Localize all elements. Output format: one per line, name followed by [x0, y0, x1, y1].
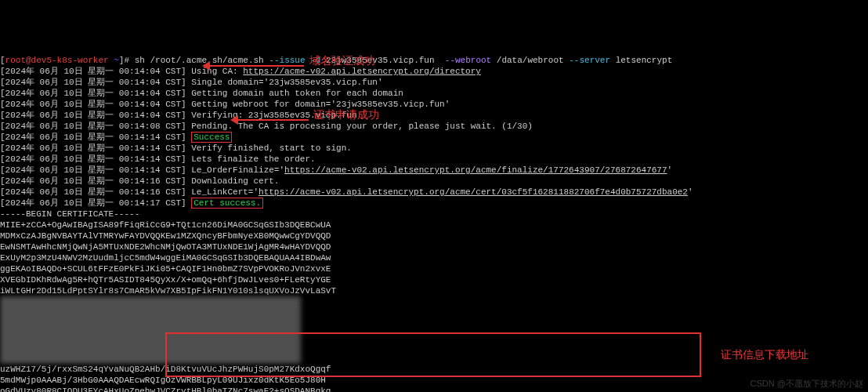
- cert-line: ggEKAoIBAQDo+SCUL6tFFzE0PkFiJKi05+CAQIF1…: [0, 264, 331, 274]
- cert-line: ExUyM2p3MzU4NWV2MzUudmljcC5mdW4wggEiMA0G…: [0, 253, 331, 263]
- cert-line: iWLtGHr2Dd15LdPptSYlr8s7CmAR5kVw7XB5IpFi…: [0, 286, 336, 296]
- line-linkcert: Le_LinkCert=': [186, 187, 259, 197]
- line-verify-finished: Verify finished, start to sign.: [186, 143, 352, 153]
- order-url[interactable]: https://acme-v02.api.letsencrypt.org/acm…: [284, 165, 667, 175]
- ts-3: [2024年 06月 10日 星期一 00:14:04 CST]: [0, 89, 186, 98]
- line-finalize: Lets finalize the order.: [186, 154, 316, 164]
- ts-2: [2024年 06月 10日 星期一 00:14:04 CST]: [0, 78, 186, 87]
- line-downloading: Downloading cert.: [186, 176, 280, 186]
- ts-13: [2024年 06月 10日 星期一 00:14:17 CST]: [0, 198, 186, 208]
- prompt-path: ~: [114, 56, 119, 65]
- cmd-pre: sh /root/.acme.sh/acme.sh: [135, 56, 269, 65]
- ts-4: [2024年 06月 10日 星期一 00:14:04 CST]: [0, 100, 186, 109]
- cmd-server-val: letsencrypt: [610, 56, 672, 65]
- ts-8: [2024年 06月 10日 星期一 00:14:14 CST]: [0, 143, 186, 153]
- cmd-server: --server: [569, 56, 610, 65]
- ts-5: [2024年 06月 10日 星期一 00:14:04 CST]: [0, 111, 186, 120]
- cert-obscured: [0, 296, 301, 364]
- cert-line: MDMxCzAJBgNVBAYTAlVTMRYwFAYDVQQKEw1MZXQn…: [0, 231, 331, 241]
- line-order-finalize: Le_OrderFinalize=': [186, 165, 284, 175]
- cert-line: oGdVUzy80R8CIQDU3FYcAHxUoZpebwJVCZrytHBl…: [0, 387, 331, 392]
- line-pending: Pending. The CA is processing your order…: [186, 122, 533, 131]
- watermark: CSDN @不愿放下技术的小赵: [750, 378, 863, 389]
- cert-line: uzWHZ17/5j/rxxSmS24qYvaNuQB2AHb/iD8KtvuV…: [0, 365, 331, 374]
- cert-line: XVEGbIDKhRdwAg5R+hQTr5ASIDT845QyXx/X+omQ…: [0, 275, 331, 285]
- ts-6: [2024年 06月 10日 星期一 00:14:08 CST]: [0, 122, 186, 131]
- cert-line: 5mdMWjp0AAABj/3HbG0AAAQDAEcwRQIgOzVWRBBL…: [0, 376, 326, 385]
- cmd-webroot-val: /data/webroot: [491, 56, 569, 65]
- annotation-domain-verified: 域名验证成功: [309, 55, 375, 66]
- ts-12: [2024年 06月 10日 星期一 00:14:16 CST]: [0, 187, 186, 197]
- ts-1: [2024年 06月 10日 星期一 00:14:04 CST]: [0, 67, 186, 76]
- terminal-output: [root@dev5-k8s-worker ~]# sh /root/.acme…: [0, 44, 868, 392]
- cmd-webroot: --webroot: [445, 56, 491, 65]
- annotation-cert-download: 证书信息下载地址: [721, 349, 808, 360]
- line-auth-token: Getting domain auth token for each domai…: [186, 89, 403, 98]
- cert-success-badge: Cert success.: [191, 198, 263, 209]
- annotation-cert-success: 证书申请成功: [313, 109, 379, 120]
- prompt-symbol: #: [124, 56, 129, 65]
- line-single-domain: Single domain='23jw3585ev35.vicp.fun': [186, 78, 383, 87]
- ts-10: [2024年 06月 10日 星期一 00:14:14 CST]: [0, 165, 186, 175]
- cert-begin: -----BEGIN CERTIFICATE-----: [0, 209, 139, 219]
- cert-line: MIIE+zCCA+OgAwIBAgISA89fFiqRiCcG9+TQt1cn…: [0, 220, 331, 230]
- prompt-user: root@dev5-k8s-worker: [5, 56, 109, 65]
- ca-url[interactable]: https://acme-v02.api.letsencrypt.org/dir…: [243, 67, 481, 76]
- cert-line: EwNSMTAwHhcNMjQwNjA5MTUxNDE2WhcNMjQwOTA3…: [0, 242, 331, 252]
- success-badge: Success: [191, 132, 232, 143]
- ts-11: [2024年 06月 10日 星期一 00:14:16 CST]: [0, 176, 186, 186]
- line-using-ca: Using CA:: [186, 67, 244, 76]
- linkcert-url[interactable]: https://acme-v02.api.letsencrypt.org/acm…: [259, 187, 688, 197]
- ts-7: [2024年 06月 10日 星期一 00:14:14 CST]: [0, 132, 186, 142]
- ts-9: [2024年 06月 10日 星期一 00:14:14 CST]: [0, 154, 186, 164]
